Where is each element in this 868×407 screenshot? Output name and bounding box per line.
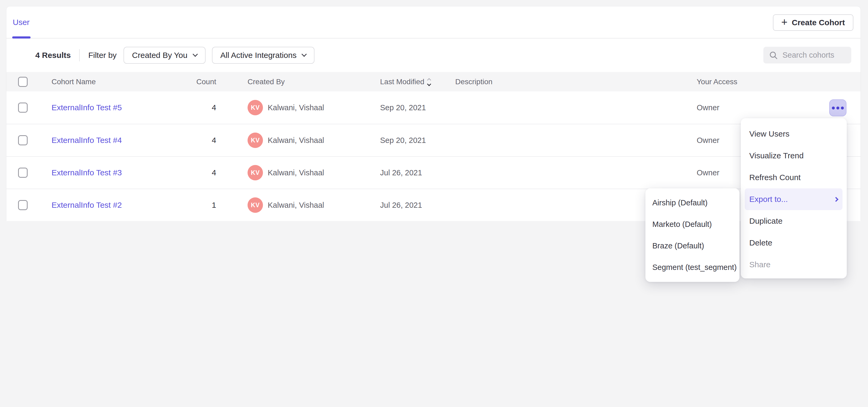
create-cohort-label: Create Cohort [792,18,845,27]
created-by-name: Kalwani, Vishaal [268,168,324,177]
column-header-your-access: Your Access [697,77,737,86]
filter-by-label: Filter by [88,51,117,60]
context-menu-item-label: View Users [749,129,789,138]
context-menu-item[interactable]: Visualize Trend [741,145,847,166]
export-submenu-items: Airship (Default) Marketo (Default) Braz… [645,192,739,278]
chevron-right-icon [834,197,838,201]
results-count: 4 Results [35,51,71,60]
created-by-cell: KV Kalwani, Vishaal [248,197,324,213]
context-menu-item-label: Visualize Trend [749,151,804,160]
cohort-count: 4 [171,168,216,177]
context-menu-item[interactable]: Refresh Count [741,166,847,188]
context-menu-item-label: Export to... [749,195,788,204]
context-menu-item-label: Delete [749,238,772,247]
ellipsis-dot-icon [836,106,839,109]
created-by-dropdown[interactable]: Created By You [124,47,206,64]
search-input[interactable] [782,51,846,60]
column-header-cohort-name: Cohort Name [52,77,96,86]
cohort-name-link[interactable]: ExternalInfo Test #4 [52,136,122,145]
context-menu-item[interactable]: Delete [741,232,847,254]
export-submenu-item-label: Marketo (Default) [652,220,712,229]
sort-desc-chevron-icon [427,82,431,86]
tab-user-label: User [13,18,29,27]
ellipsis-dot-icon [841,106,844,109]
row-actions-button[interactable] [829,99,846,116]
export-submenu-item[interactable]: Segment (test_segment) [645,257,739,278]
avatar: KV [248,132,263,148]
cohort-count: 4 [171,136,216,145]
last-modified-value: Jul 26, 2021 [380,168,422,177]
access-value: Owner [697,136,719,145]
row-checkbox[interactable] [18,200,28,210]
access-value: Owner [697,168,719,177]
avatar: KV [248,197,263,213]
cohort-count: 4 [171,103,216,112]
context-menu-item[interactable]: Share [741,254,847,276]
active-tab-underline [12,36,31,38]
column-header-created-by: Created By [248,77,285,86]
ellipsis-dot-icon [832,106,835,109]
search-cohorts-box [763,47,851,63]
integrations-dropdown-label: All Active Integrations [220,51,297,60]
created-by-dropdown-label: Created By You [132,51,188,60]
created-by-name: Kalwani, Vishaal [268,103,324,112]
cohort-name-link[interactable]: ExternalInfo Test #3 [52,168,122,177]
row-checkbox[interactable] [18,102,28,113]
context-menu-item[interactable]: View Users [741,123,847,145]
last-modified-value: Jul 26, 2021 [380,201,422,210]
table-header: Cohort Name Count Created By Last Modifi… [6,72,861,91]
access-value: Owner [697,103,719,112]
chevron-down-icon [192,52,198,57]
avatar: KV [248,100,263,115]
chevron-down-icon [302,52,307,57]
sort-icon [428,79,431,86]
created-by-cell: KV Kalwani, Vishaal [248,165,324,180]
search-icon [769,51,778,60]
table-row: ExternalInfo Test #4 4 KV Kalwani, Visha… [6,124,861,156]
cohort-count: 1 [171,200,216,210]
context-menu-item[interactable]: Export to... [745,188,842,210]
export-submenu-item-label: Airship (Default) [652,198,708,207]
created-by-cell: KV Kalwani, Vishaal [248,132,324,148]
export-submenu-item[interactable]: Braze (Default) [645,235,739,257]
export-submenu-item-label: Segment (test_segment) [652,263,737,272]
export-submenu: Airship (Default) Marketo (Default) Braz… [645,188,739,282]
column-header-count: Count [171,77,216,86]
tab-bar: User + Create Cohort [6,6,861,38]
created-by-cell: KV Kalwani, Vishaal [248,100,324,115]
last-modified-value: Sep 20, 2021 [380,136,426,145]
created-by-name: Kalwani, Vishaal [268,136,324,145]
cohort-name-link[interactable]: ExternalInfo Test #5 [52,103,122,112]
context-menu-items: View Users Visualize Trend Refresh Count… [741,123,847,276]
cohort-name-link[interactable]: ExternalInfo Test #2 [52,200,122,210]
export-submenu-item[interactable]: Airship (Default) [645,192,739,214]
last-modified-value: Sep 20, 2021 [380,103,426,112]
row-context-menu: View Users Visualize Trend Refresh Count… [741,118,847,278]
filter-bar-divider [79,49,80,61]
row-checkbox[interactable] [18,135,28,145]
table-row: ExternalInfo Test #5 4 KV Kalwani, Visha… [6,91,861,124]
sort-asc-chevron-icon [427,78,431,82]
context-menu-item-label: Share [749,260,771,269]
context-menu-item[interactable]: Duplicate [741,210,847,232]
filter-bar: 4 Results Filter by Created By You All A… [6,38,861,72]
plus-icon: + [781,17,787,27]
column-header-last-modified[interactable]: Last Modified [380,77,431,86]
tab-user[interactable]: User [13,6,29,38]
last-modified-label: Last Modified [380,77,425,86]
row-checkbox[interactable] [18,168,28,178]
avatar: KV [248,165,263,180]
integrations-dropdown[interactable]: All Active Integrations [212,47,315,64]
context-menu-item-label: Duplicate [749,217,782,225]
select-all-checkbox[interactable] [18,77,28,87]
column-header-description: Description [455,77,492,86]
table-row: ExternalInfo Test #3 4 KV Kalwani, Visha… [6,156,861,189]
context-menu-item-label: Refresh Count [749,173,801,182]
create-cohort-button[interactable]: + Create Cohort [773,14,854,31]
created-by-name: Kalwani, Vishaal [268,201,324,210]
export-submenu-item[interactable]: Marketo (Default) [645,214,739,235]
export-submenu-item-label: Braze (Default) [652,242,704,250]
